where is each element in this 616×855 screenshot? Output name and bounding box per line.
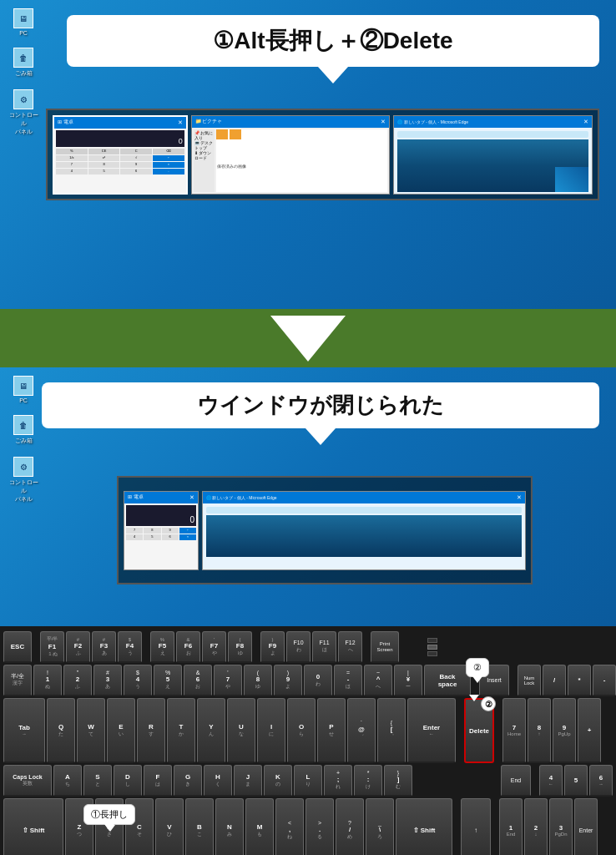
key-p[interactable]: P せ: [317, 698, 346, 763]
key-f9[interactable]: ) F9 よ: [260, 631, 285, 663]
key-num7[interactable]: 7 Home: [502, 698, 526, 763]
key-hankaku[interactable]: 半/全 漢字: [3, 665, 32, 696]
key-f10[interactable]: F10 わ: [286, 631, 311, 663]
key-num-plus[interactable]: +: [578, 698, 601, 763]
key-s[interactable]: S と: [83, 765, 112, 797]
key-y[interactable]: Y ん: [197, 698, 225, 763]
key-num4[interactable]: 4 ←: [539, 765, 563, 797]
key-backspace[interactable]: Back space: [424, 665, 471, 696]
result-callout-text: ウインドウが閉じられた: [197, 392, 444, 417]
key-d[interactable]: D し: [114, 765, 142, 797]
key-minus[interactable]: = - ほ: [334, 665, 362, 696]
key-num2[interactable]: 2 ↓: [524, 798, 548, 855]
key-backslash[interactable]: _ \ ろ: [366, 798, 394, 855]
key-o[interactable]: O ら: [287, 698, 316, 763]
key-9[interactable]: ) 9 よ: [274, 665, 302, 696]
key-f7[interactable]: ' F7 や: [202, 631, 226, 663]
key-at[interactable]: ` @ ゛: [347, 698, 376, 763]
key-esc[interactable]: ESC: [3, 631, 32, 663]
key-colon[interactable]: * : け: [354, 765, 382, 797]
key-7[interactable]: ' 7 や: [214, 665, 242, 696]
key-f4[interactable]: $ F4 う: [118, 631, 142, 663]
key-shift-left[interactable]: ⇧ Shift: [3, 798, 63, 855]
key-f8[interactable]: ( F8 ゆ: [228, 631, 252, 663]
arrow-down-icon: [270, 316, 346, 362]
key-bracket-l[interactable]: { [ ゜: [377, 698, 406, 763]
keyboard-row-1: ESC 平/半 F1 １ぬ # F2 ふ # F3 あ $ F4 う: [3, 631, 613, 663]
key-f6[interactable]: & F6 お: [176, 631, 200, 663]
key-bracket-r[interactable]: } ] む: [384, 765, 412, 797]
key-num-minus[interactable]: -: [593, 665, 616, 696]
key-6[interactable]: & 6 お: [184, 665, 212, 696]
key-num-enter[interactable]: Enter: [574, 798, 598, 855]
key-v[interactable]: V ひ: [155, 798, 184, 855]
key-b[interactable]: B こ: [185, 798, 214, 855]
key-q[interactable]: Q た: [47, 698, 75, 763]
key-f[interactable]: F は: [144, 765, 172, 797]
desktop-icons: 🖥 PC 🗑 ごみ箱 ⚙ コントロールパネル: [7, 8, 40, 136]
top-section: 🖥 PC 🗑 ごみ箱 ⚙ コントロールパネル ①Alt長押し＋②Delete ⊞…: [0, 0, 616, 309]
key-5[interactable]: % 5 え: [154, 665, 182, 696]
top-callout-text: ①Alt長押し＋②Delete: [213, 28, 452, 53]
desktop-icon-trash: 🗑 ごみ箱: [7, 48, 40, 78]
key-2[interactable]: " 2 ふ: [63, 665, 92, 696]
windows-remaining: ⊞ 電卓 ✕ 0 7 8 9 ÷ 4 5 6 × 🌐 新しいタブ -: [117, 476, 533, 584]
key-h[interactable]: H く: [204, 765, 232, 797]
remaining-edge-thumb: 🌐 新しいタブ - 個人 - Microsoft Edge ✕: [202, 491, 526, 570]
key-shift-right[interactable]: ⇧ Shift: [396, 798, 452, 855]
key-3[interactable]: # 3 あ: [93, 665, 122, 696]
key-4[interactable]: $ 4 う: [124, 665, 152, 696]
key-numlock[interactable]: Num Lock: [518, 665, 541, 696]
middle-divider: [0, 309, 616, 367]
key-k[interactable]: K の: [264, 765, 292, 797]
desktop-icon-pc: 🖥 PC: [7, 8, 40, 36]
key-g[interactable]: G き: [174, 765, 202, 797]
key-yen[interactable]: | ¥ ー: [394, 665, 422, 696]
key-tab[interactable]: Tab →: [3, 698, 45, 763]
key-l[interactable]: L り: [294, 765, 322, 797]
key-n[interactable]: N み: [215, 798, 244, 855]
key-printscreen[interactable]: Print Screen: [371, 631, 399, 663]
keyboard-row-4: Caps Lock 英数 A ち S と D し F は G き: [3, 765, 613, 797]
desktop-icon-control: ⚙ コントロールパネル: [7, 89, 40, 136]
key-f2[interactable]: # F2 ふ: [66, 631, 90, 663]
key-1[interactable]: ! 1 ぬ: [33, 665, 62, 696]
key-arrow-up[interactable]: ↑: [461, 798, 491, 855]
key-num9[interactable]: 9 PgUp: [553, 698, 576, 763]
key-m[interactable]: M も: [245, 798, 274, 855]
key-f3[interactable]: # F3 あ: [92, 631, 116, 663]
key-8[interactable]: ( 8 ゆ: [244, 665, 272, 696]
key-f5[interactable]: % F5 え: [150, 631, 174, 663]
key-comma[interactable]: < , ね: [275, 798, 304, 855]
key-num-asterisk[interactable]: *: [568, 665, 591, 696]
key-j[interactable]: J ま: [234, 765, 262, 797]
key-w[interactable]: W て: [77, 698, 105, 763]
key-delete[interactable]: Delete ②: [464, 698, 494, 763]
key-num6[interactable]: 6 →: [589, 765, 613, 797]
edge-window-thumb: 🌐 新しいタブ - 個人 - Microsoft Edge ✕: [393, 115, 593, 195]
key-caps-lock[interactable]: Caps Lock 英数: [3, 765, 52, 797]
key-i[interactable]: I に: [257, 698, 285, 763]
key-0[interactable]: 0 わ: [304, 665, 332, 696]
key-period[interactable]: > . る: [305, 798, 334, 855]
key-num8[interactable]: 8 ↑: [528, 698, 551, 763]
key-semicolon[interactable]: + ; れ: [324, 765, 352, 797]
key-enter[interactable]: Enter ←: [407, 698, 456, 763]
key-e[interactable]: E い: [107, 698, 135, 763]
key-f1[interactable]: 平/半 F1 １ぬ: [40, 631, 64, 663]
key-t[interactable]: T か: [167, 698, 195, 763]
key-num5[interactable]: 5: [564, 765, 588, 797]
key-num-slash[interactable]: /: [543, 665, 566, 696]
explorer-window-thumb: 📁 ピクチャ ✕ 📌 お気に入り 💻 デスクトップ ⬇ ダウンロード 保存済みの…: [191, 115, 391, 195]
key-u[interactable]: U な: [227, 698, 255, 763]
key-num1[interactable]: 1 End: [499, 798, 523, 855]
key-f12[interactable]: F12 へ: [338, 631, 362, 663]
key-slash[interactable]: ? / め: [336, 798, 364, 855]
key-num3[interactable]: 3 PgDn: [549, 798, 573, 855]
key-r[interactable]: R す: [137, 698, 165, 763]
callout1-pointer: [105, 825, 115, 832]
key-a[interactable]: A ち: [53, 765, 82, 797]
key-end[interactable]: End: [501, 765, 531, 797]
key-f11[interactable]: F11 ほ: [312, 631, 336, 663]
key-caret[interactable]: ~ ^ へ: [364, 665, 392, 696]
